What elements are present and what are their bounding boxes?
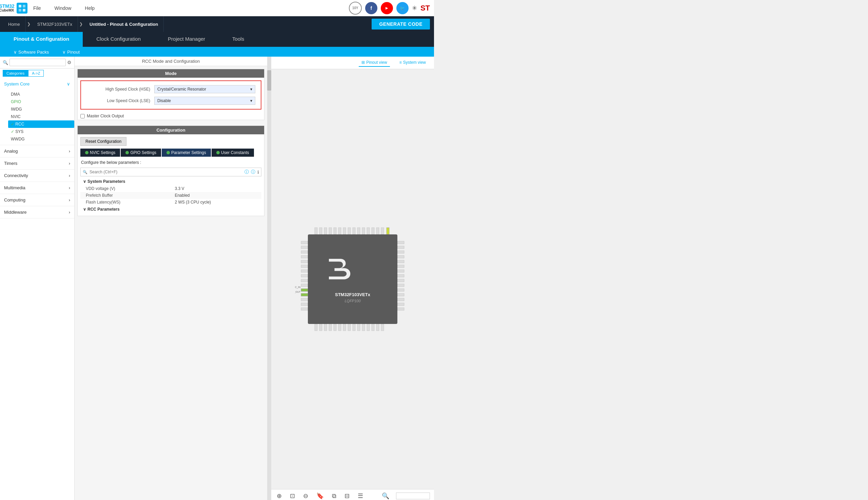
pinout-view-btn[interactable]: ⊞ Pinout view: [359, 59, 390, 67]
network-icon[interactable]: ✳: [412, 4, 417, 12]
table-row: VDD voltage (V) 3.3 V: [80, 185, 262, 192]
svg-rect-10: [334, 228, 336, 235]
tab-tools[interactable]: Tools: [219, 32, 258, 47]
layers-icon[interactable]: ⧉: [331, 491, 338, 500]
section-connectivity-header[interactable]: Connectivity ›: [0, 170, 74, 181]
youtube-icon[interactable]: ▶: [381, 2, 393, 14]
section-multimedia-header[interactable]: Multimedia ›: [0, 182, 74, 194]
param-dot: [166, 151, 170, 154]
breadcrumb-mcu[interactable]: STM32F103VETx: [32, 16, 78, 32]
chevron-right-icon5: ›: [69, 197, 70, 203]
svg-text:STM32F103VETx: STM32F103VETx: [335, 292, 371, 297]
sidebar-search-input[interactable]: [10, 59, 66, 66]
gpio-tab-label: GPIO Settings: [130, 150, 156, 155]
section-middleware-header[interactable]: Middleware ›: [0, 206, 74, 218]
svg-text:LQFP100: LQFP100: [345, 299, 361, 303]
section-timers-header[interactable]: Timers ›: [0, 157, 74, 169]
section-system-core-header[interactable]: System Core ∨: [0, 78, 74, 90]
master-clock-label: Master Clock Output: [87, 114, 124, 118]
az-toggle[interactable]: A->Z: [28, 70, 44, 77]
chevron-right-icon4: ›: [69, 185, 70, 190]
svg-rect-8: [324, 228, 327, 235]
svg-rect-58: [397, 274, 404, 277]
system-view-btn[interactable]: ≡ System view: [397, 59, 429, 67]
svg-rect-18: [372, 228, 374, 235]
sidebar-item-nvic[interactable]: NVIC: [8, 113, 74, 121]
menu-file[interactable]: File: [33, 5, 41, 11]
svg-rect-52: [397, 246, 404, 249]
tab-user-constants[interactable]: User Constants: [211, 149, 254, 157]
table-row: Prefetch Buffer Enabled: [80, 192, 262, 199]
grid-icon: ⊞: [361, 60, 365, 65]
bookmark-icon[interactable]: 🔖: [315, 491, 325, 500]
user-tab-label: User Constants: [221, 150, 249, 155]
menu-window[interactable]: Window: [55, 5, 71, 11]
gear-icon[interactable]: ⚙: [67, 60, 71, 65]
facebook-icon[interactable]: f: [365, 2, 378, 14]
zoom-out-icon[interactable]: ⊖: [302, 491, 310, 500]
breadcrumb-current[interactable]: Untitled - Pinout & Configuration: [84, 16, 164, 32]
tab-nvic-settings[interactable]: NVIC Settings: [80, 149, 120, 157]
svg-rect-12: [343, 228, 346, 235]
tab-gpio-settings[interactable]: GPIO Settings: [121, 149, 161, 157]
svg-rect-30: [357, 324, 360, 331]
collapse-icon[interactable]: ∨: [83, 179, 86, 184]
section-computing: Computing ›: [0, 194, 74, 206]
system-core-items: DMA GPIO IWDG NVIC ✓ RCC ✓ SYS WWDG: [0, 90, 74, 145]
pinout-btn[interactable]: ∨ Pinout: [62, 49, 80, 55]
anniversary-icon[interactable]: 10Y: [349, 2, 362, 14]
info-icon-2[interactable]: ⓘ: [251, 169, 255, 175]
section-system-core-label: System Core: [4, 81, 30, 87]
svg-rect-62: [397, 293, 404, 296]
section-analog-header[interactable]: Analog ›: [0, 145, 74, 157]
reset-config-button[interactable]: Reset Configuration: [80, 137, 126, 146]
generate-code-button[interactable]: GENERATE CODE: [372, 19, 430, 30]
st-logo-icon[interactable]: ST: [420, 4, 430, 13]
section-connectivity-label: Connectivity: [4, 173, 28, 178]
tab-pinout-config[interactable]: Pinout & Configuration: [0, 32, 83, 47]
breadcrumb-home[interactable]: Home: [3, 16, 26, 32]
sidebar-item-sys[interactable]: ✓ SYS: [8, 128, 74, 135]
lse-value: Disable: [157, 98, 171, 103]
split-icon[interactable]: ⊟: [343, 491, 351, 500]
info-icon-1[interactable]: ⓘ: [244, 169, 249, 175]
zoom-in-icon[interactable]: ⊕: [275, 491, 283, 500]
sidebar-item-iwdg[interactable]: IWDG: [8, 105, 74, 113]
sidebar-item-dma[interactable]: DMA: [8, 91, 74, 98]
sidebar-item-rcc[interactable]: ✓ RCC: [8, 121, 74, 128]
svg-rect-22: [320, 324, 322, 331]
menu-icon[interactable]: ☰: [356, 491, 364, 500]
center-panel: RCC Mode and Configuration Mode High Spe…: [74, 57, 267, 500]
svg-rect-39: [301, 255, 308, 258]
svg-rect-40: [301, 260, 308, 263]
info-icon-3[interactable]: ℹ: [257, 170, 259, 175]
scroll-thumb[interactable]: [267, 70, 271, 91]
tab-parameter-settings[interactable]: Parameter Settings: [162, 149, 211, 157]
section-system-core: System Core ∨ DMA GPIO IWDG NVIC ✓ RCC ✓…: [0, 78, 74, 145]
section-computing-header[interactable]: Computing ›: [0, 194, 74, 206]
master-clock-checkbox[interactable]: [80, 114, 85, 118]
software-packs-btn[interactable]: ∨ Software Packs: [14, 49, 49, 55]
collapse-icon-2[interactable]: ∨: [83, 207, 86, 212]
tab-project-manager[interactable]: Project Manager: [154, 32, 219, 47]
twitter-icon[interactable]: 🐦: [396, 2, 408, 14]
categories-toggle[interactable]: Categories: [3, 70, 28, 77]
section-middleware-label: Middleware: [4, 209, 26, 215]
sidebar-search-area: 🔍 ⚙: [0, 57, 74, 69]
sidebar-item-wwdg[interactable]: WWDG: [8, 135, 74, 143]
svg-rect-26: [338, 324, 341, 331]
menu-help[interactable]: Help: [85, 5, 95, 11]
hse-select[interactable]: Crystal/Ceramic Resonator ▾: [154, 85, 255, 93]
sidebar-item-gpio[interactable]: GPIO: [8, 98, 74, 105]
chevron-down-icon: ∨: [67, 81, 70, 87]
hse-value: Crystal/Ceramic Resonator: [157, 87, 206, 92]
lse-select[interactable]: Disable ▾: [154, 97, 255, 105]
param-search-input[interactable]: [90, 170, 242, 174]
toolbar-search-input[interactable]: [396, 492, 430, 499]
search-icon-toolbar[interactable]: 🔍: [380, 491, 391, 500]
tab-clock-config[interactable]: Clock Configuration: [83, 32, 154, 47]
svg-rect-7: [320, 228, 322, 235]
svg-rect-16: [362, 228, 365, 235]
fit-icon[interactable]: ⊡: [289, 491, 296, 500]
svg-rect-21: [315, 324, 317, 331]
